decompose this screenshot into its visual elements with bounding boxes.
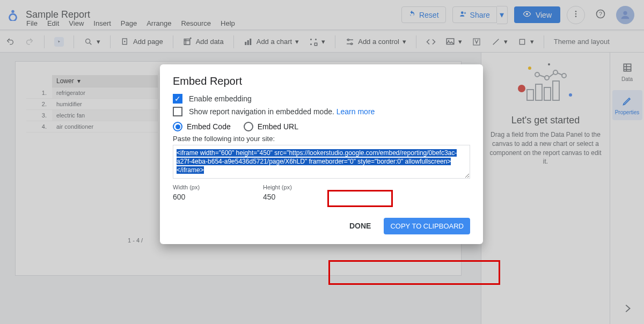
embed-url-radio[interactable]: Embed URL: [244, 122, 298, 131]
done-button[interactable]: DONE: [349, 222, 371, 230]
learn-more-link[interactable]: Learn more: [336, 107, 375, 116]
embed-code-textarea[interactable]: <iframe width="600" height="450" src="ht…: [173, 145, 470, 179]
line-icon: [491, 37, 501, 47]
share-caret-button[interactable]: ▾: [497, 6, 508, 24]
embed-code-label: Embed Code: [187, 122, 231, 131]
help-button[interactable]: ?: [591, 6, 610, 24]
svg-text:?: ?: [599, 11, 602, 17]
menu-view[interactable]: View: [69, 19, 84, 27]
chevron-down-icon: ▾: [321, 38, 325, 46]
more-options-button[interactable]: [567, 6, 585, 24]
eye-icon: [523, 10, 531, 20]
reset-icon: [408, 10, 416, 19]
show-navigation-checkbox[interactable]: [173, 107, 182, 116]
undo-button[interactable]: [5, 37, 15, 47]
zoom-tool[interactable]: ▾: [84, 37, 100, 47]
pencil-icon: [622, 95, 633, 107]
cursor-tool[interactable]: [54, 37, 64, 47]
add-control-button[interactable]: Add a control ▾: [345, 37, 406, 47]
svg-point-26: [528, 67, 531, 70]
sidetab-properties-label: Properties: [615, 109, 640, 115]
svg-point-25: [518, 85, 525, 92]
add-page-label: Add page: [133, 38, 163, 46]
sidetab-data-label: Data: [621, 76, 633, 82]
help-icon: ?: [595, 9, 606, 21]
table-row[interactable]: 1.refrigerator: [26, 87, 158, 99]
report-title[interactable]: Sample Report: [26, 9, 90, 20]
menu-edit[interactable]: Edit: [47, 19, 59, 27]
svg-point-16: [315, 39, 317, 40]
row-value: air conditioner: [52, 121, 158, 132]
svg-point-1: [460, 11, 463, 14]
data-table[interactable]: Lower ▾ 1.refrigerator 2.humidifier 3.el…: [26, 75, 158, 132]
chevron-down-icon: ▾: [402, 38, 406, 46]
menu-arrange[interactable]: Arrange: [147, 19, 171, 27]
show-navigation-label: Show report navigation in embedded mode.…: [189, 107, 375, 116]
add-control-label: Add a control: [358, 38, 399, 46]
side-tabs: Data Properties: [610, 53, 644, 324]
table-header[interactable]: Lower ▾: [52, 75, 158, 87]
row-index: 1.: [26, 87, 52, 98]
svg-point-27: [548, 63, 550, 65]
text-button[interactable]: [472, 37, 481, 47]
table-row[interactable]: 2.humidifier: [26, 99, 158, 110]
menu-file[interactable]: File: [26, 19, 38, 27]
svg-point-36: [562, 73, 566, 78]
svg-point-34: [545, 76, 549, 80]
theme-layout-button[interactable]: Theme and layout: [554, 38, 610, 46]
reset-button[interactable]: Reset: [401, 6, 446, 23]
line-button[interactable]: ▾: [491, 37, 508, 47]
svg-point-4: [575, 13, 577, 14]
embed-code-radio[interactable]: Embed Code: [173, 122, 231, 131]
sidetab-properties[interactable]: Properties: [612, 90, 642, 120]
svg-rect-30: [536, 84, 542, 100]
embed-url-button[interactable]: [426, 37, 436, 47]
control-icon: [345, 37, 355, 47]
menu-insert[interactable]: Insert: [93, 19, 111, 27]
menu-help[interactable]: Help: [221, 19, 235, 27]
redo-button[interactable]: [25, 37, 34, 47]
image-button[interactable]: ▾: [445, 37, 462, 47]
image-icon: [445, 37, 455, 47]
reset-label: Reset: [419, 11, 439, 19]
svg-rect-13: [247, 40, 248, 45]
sort-down-icon: ▾: [77, 77, 80, 85]
view-button[interactable]: View: [514, 6, 560, 23]
embed-url-label: Embed URL: [258, 122, 298, 131]
table-row[interactable]: 3.electric fan: [26, 110, 158, 121]
chevron-down-icon: ▾: [97, 38, 100, 46]
right-panel-title: Let's get started: [489, 115, 602, 126]
embed-code-text: <iframe width="600" height="450" src="ht…: [177, 149, 457, 174]
sidetab-data[interactable]: Data: [612, 57, 642, 87]
row-value: refrigerator: [52, 87, 158, 98]
add-page-button[interactable]: Add page: [120, 37, 163, 47]
share-person-icon: [459, 10, 467, 19]
svg-point-3: [575, 11, 577, 12]
menu-resource[interactable]: Resource: [181, 19, 211, 27]
width-input[interactable]: [173, 190, 216, 203]
toolbar: ▾ Add page Add data Add a chart ▾ ▾ Add …: [0, 31, 644, 53]
next-page-chevron[interactable]: [621, 303, 633, 316]
account-avatar[interactable]: [616, 6, 634, 24]
svg-rect-37: [624, 64, 631, 71]
shape-button[interactable]: ▾: [517, 37, 534, 47]
pagination-label: 1 - 4 /: [128, 237, 143, 244]
add-page-icon: [120, 37, 130, 47]
embed-report-modal: Embed Report Enable embedding Show repor…: [160, 64, 483, 244]
svg-rect-12: [245, 42, 246, 45]
share-button[interactable]: Share: [452, 6, 497, 23]
radio-unselected-icon: [244, 122, 253, 131]
table-row[interactable]: 4.air conditioner: [26, 121, 158, 132]
radio-selected-icon: [173, 122, 182, 131]
enable-embedding-checkbox[interactable]: [173, 94, 182, 104]
share-button-group: Share ▾: [452, 6, 508, 24]
modal-title: Embed Report: [173, 75, 470, 87]
copy-to-clipboard-button[interactable]: COPY TO CLIPBOARD: [384, 218, 470, 234]
svg-rect-31: [544, 87, 551, 100]
add-data-button[interactable]: Add data: [183, 37, 224, 47]
community-viz-button[interactable]: ▾: [309, 37, 325, 47]
svg-point-15: [310, 39, 312, 40]
menu-page[interactable]: Page: [121, 19, 137, 27]
add-chart-button[interactable]: Add a chart ▾: [244, 37, 299, 47]
height-input[interactable]: [263, 190, 306, 203]
